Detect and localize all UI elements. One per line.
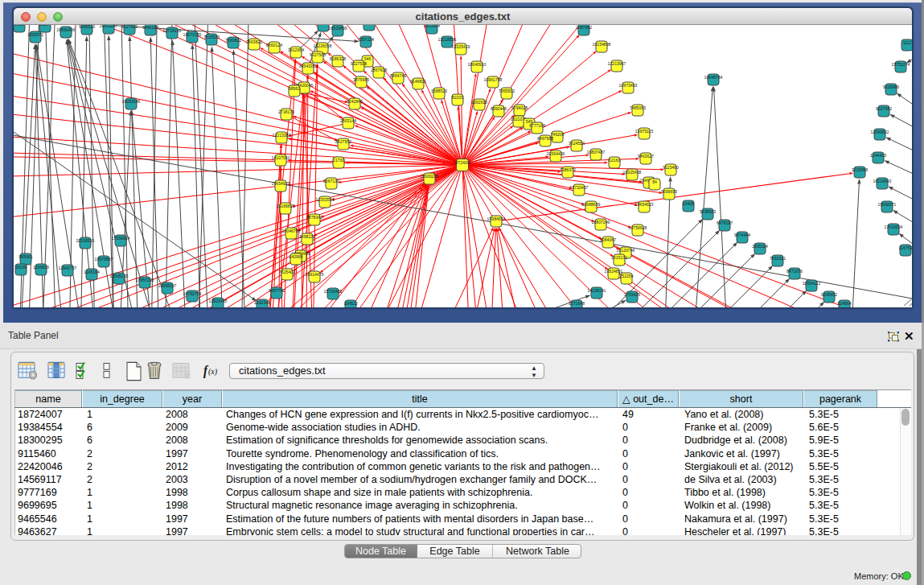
svg-text:252254: 252254 [619, 274, 633, 278]
svg-text:9095510: 9095510 [79, 25, 95, 29]
svg-text:2935114: 2935114 [752, 244, 768, 249]
svg-text:16120746: 16120746 [617, 248, 635, 253]
svg-text:12942757: 12942757 [59, 266, 77, 270]
svg-text:13325419: 13325419 [452, 44, 470, 49]
svg-text:546: 546 [364, 56, 372, 61]
svg-text:6794028: 6794028 [511, 105, 528, 110]
svg-text:7625402: 7625402 [279, 270, 295, 274]
svg-text:116753: 116753 [899, 245, 912, 250]
svg-text:1615132: 1615132 [611, 255, 627, 260]
svg-text:3624554: 3624554 [569, 141, 585, 146]
svg-text:140994: 140994 [289, 254, 302, 259]
svg-text:(x): (x) [208, 366, 218, 377]
svg-text:2803144: 2803144 [340, 118, 356, 123]
svg-text:104522: 104522 [343, 301, 357, 306]
svg-text:19654925: 19654925 [272, 181, 290, 186]
svg-text:9115460: 9115460 [663, 165, 679, 170]
svg-text:10654112: 10654112 [803, 281, 821, 286]
svg-text:10671355: 10671355 [183, 32, 202, 37]
svg-text:1292346: 1292346 [254, 300, 270, 305]
svg-text:84: 84 [652, 179, 657, 184]
svg-text:12093822: 12093822 [871, 130, 889, 134]
svg-text:19384554: 19384554 [487, 216, 506, 221]
svg-text:8990446: 8990446 [491, 106, 507, 111]
svg-text:9463627: 9463627 [638, 154, 654, 159]
svg-text:924564: 924564 [837, 301, 851, 306]
svg-text:1112: 1112 [903, 40, 912, 45]
svg-text:21700: 21700 [333, 158, 344, 163]
svg-text:9329966: 9329966 [883, 84, 899, 89]
svg-text:1244415: 1244415 [870, 153, 886, 158]
svg-text:10719155: 10719155 [163, 28, 182, 33]
svg-text:8267130: 8267130 [323, 179, 339, 183]
svg-text:8454749: 8454749 [390, 73, 406, 78]
svg-text:1371648: 1371648 [569, 301, 585, 306]
svg-text:16640910: 16640910 [468, 62, 487, 67]
svg-text:13218506: 13218506 [438, 37, 457, 42]
svg-text:9242845: 9242845 [347, 99, 363, 104]
svg-text:16782759: 16782759 [183, 291, 202, 296]
svg-text:39159: 39159 [15, 265, 27, 270]
svg-text:17957225: 17957225 [136, 278, 154, 282]
svg-text:10958107: 10958107 [158, 283, 177, 288]
svg-text:18724007: 18724007 [454, 160, 472, 165]
svg-text:1733426: 1733426 [624, 292, 640, 297]
svg-text:16405: 16405 [683, 201, 694, 206]
svg-text:19756928: 19756928 [629, 225, 647, 230]
svg-text:6479197: 6479197 [717, 220, 733, 225]
svg-text:10653267: 10653267 [100, 25, 118, 28]
svg-text:2087682: 2087682 [576, 25, 592, 30]
svg-text:7386372: 7386372 [560, 167, 576, 172]
svg-text:15716485: 15716485 [324, 289, 343, 294]
svg-text:9084067: 9084067 [600, 237, 616, 242]
svg-text:15692971: 15692971 [878, 202, 897, 207]
svg-text:20053346: 20053346 [122, 99, 141, 104]
svg-text:5938923: 5938923 [700, 209, 716, 214]
svg-text:10648784: 10648784 [704, 75, 723, 80]
svg-text:9457791: 9457791 [269, 288, 285, 293]
svg-text:15751074: 15751074 [892, 62, 910, 67]
svg-text:9474444: 9474444 [734, 233, 750, 237]
svg-text:9327508: 9327508 [351, 61, 367, 66]
svg-text:8813054: 8813054 [424, 25, 440, 28]
svg-text:16107552: 16107552 [272, 155, 290, 160]
svg-text:12213369: 12213369 [273, 133, 291, 138]
svg-text:9361: 9361 [14, 25, 24, 27]
svg-text:8186328: 8186328 [330, 56, 346, 61]
svg-text:20206526: 20206526 [76, 238, 95, 243]
svg-text:16210643: 16210643 [873, 179, 892, 183]
svg-text:1588520: 1588520 [431, 89, 447, 93]
svg-text:1527602: 1527602 [121, 25, 138, 29]
svg-text:8878342: 8878342 [306, 215, 322, 220]
svg-text:12923465: 12923465 [209, 299, 228, 303]
svg-text:7357224: 7357224 [358, 37, 374, 42]
svg-text:7955812: 7955812 [499, 89, 515, 93]
svg-text:17016504: 17016504 [885, 225, 903, 229]
svg-text:15226058: 15226058 [314, 43, 332, 48]
svg-text:14136141: 14136141 [588, 288, 606, 293]
svg-text:8427552: 8427552 [335, 139, 351, 144]
svg-text:20364436: 20364436 [547, 151, 565, 156]
svg-text:7515526: 7515526 [203, 35, 220, 39]
svg-text:1405572: 1405572 [27, 32, 43, 37]
svg-text:7663822: 7663822 [225, 38, 241, 43]
svg-text:19166825: 19166825 [277, 204, 295, 208]
svg-text:7663822: 7663822 [246, 39, 262, 44]
svg-text:19524851: 19524851 [605, 269, 623, 274]
svg-text:13975115: 13975115 [635, 129, 654, 134]
svg-text:2867608: 2867608 [371, 68, 387, 72]
svg-text:6497568: 6497568 [537, 136, 553, 141]
svg-text:18807249: 18807249 [592, 220, 610, 225]
svg-text:19975867: 19975867 [95, 257, 113, 262]
svg-text:10046766: 10046766 [282, 229, 301, 233]
svg-text:1156829: 1156829 [33, 265, 49, 270]
svg-text:16154808: 16154808 [593, 42, 611, 47]
svg-text:7485063: 7485063 [630, 105, 646, 110]
svg-text:9227342: 9227342 [876, 106, 892, 111]
svg-text:12505135: 12505135 [110, 274, 129, 278]
svg-text:16033809: 16033809 [329, 26, 347, 31]
svg-text:1498222: 1498222 [299, 234, 315, 239]
svg-text:10807487: 10807487 [587, 150, 606, 154]
svg-text:12353594: 12353594 [316, 197, 335, 202]
svg-text:7632621: 7632621 [770, 256, 786, 261]
